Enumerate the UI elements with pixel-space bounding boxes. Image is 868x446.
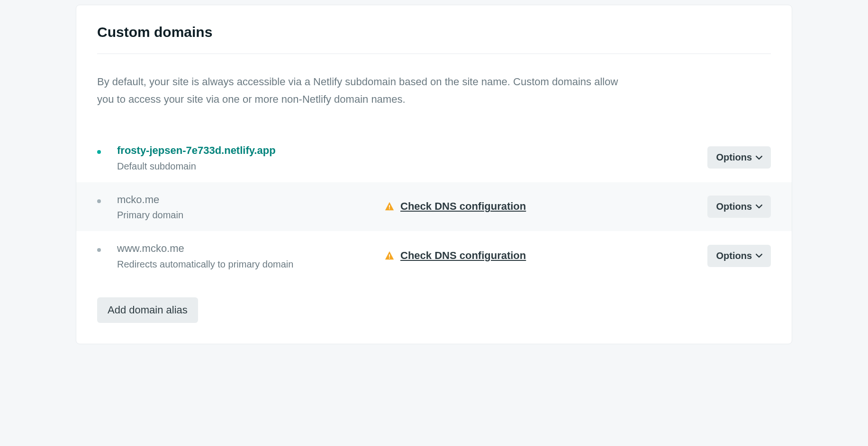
options-button[interactable]: Options xyxy=(707,196,771,218)
status-dot-icon xyxy=(97,150,101,154)
status-dot-icon xyxy=(97,248,101,252)
add-domain-alias-button[interactable]: Add domain alias xyxy=(97,297,198,323)
dns-warning: Check DNS configuration xyxy=(384,200,526,213)
status-dot-icon xyxy=(97,199,101,203)
check-dns-link[interactable]: Check DNS configuration xyxy=(400,250,526,262)
domain-subtitle: Primary domain xyxy=(117,210,373,221)
dns-warning: Check DNS configuration xyxy=(384,250,526,262)
warning-icon xyxy=(384,250,395,261)
domain-status-area: Check DNS configuration xyxy=(384,250,696,262)
domain-row-redirect: www.mcko.me Redirects automatically to p… xyxy=(76,231,792,280)
domain-row-primary: mcko.me Primary domain Check DNS configu… xyxy=(76,182,792,232)
check-dns-link[interactable]: Check DNS configuration xyxy=(400,200,526,213)
domain-info: mcko.me Primary domain xyxy=(117,193,373,221)
domain-name: mcko.me xyxy=(117,193,373,207)
section-divider xyxy=(97,54,771,54)
options-button-label: Options xyxy=(716,250,752,261)
chevron-down-icon xyxy=(756,252,762,259)
options-button-label: Options xyxy=(716,152,752,163)
domain-subtitle: Default subdomain xyxy=(117,161,373,172)
options-button-label: Options xyxy=(716,201,752,212)
domain-row-default: frosty-jepsen-7e733d.netlify.app Default… xyxy=(76,133,792,182)
options-button[interactable]: Options xyxy=(707,245,771,267)
domain-list: frosty-jepsen-7e733d.netlify.app Default… xyxy=(76,133,792,280)
warning-icon xyxy=(384,201,395,212)
svg-rect-0 xyxy=(389,205,390,208)
chevron-down-icon xyxy=(756,154,762,161)
custom-domains-card: Custom domains By default, your site is … xyxy=(76,5,792,344)
domain-info: www.mcko.me Redirects automatically to p… xyxy=(117,241,373,270)
domain-name-link[interactable]: frosty-jepsen-7e733d.netlify.app xyxy=(117,143,373,158)
svg-rect-2 xyxy=(389,255,390,258)
svg-rect-1 xyxy=(389,209,390,210)
domain-name: www.mcko.me xyxy=(117,241,373,256)
domain-info: frosty-jepsen-7e733d.netlify.app Default… xyxy=(117,143,373,172)
options-button[interactable]: Options xyxy=(707,146,771,169)
chevron-down-icon xyxy=(756,203,762,210)
svg-rect-3 xyxy=(389,258,390,259)
domain-subtitle: Redirects automatically to primary domai… xyxy=(117,259,373,270)
section-title: Custom domains xyxy=(97,24,771,40)
section-description: By default, your site is always accessib… xyxy=(97,73,618,108)
domain-status-area: Check DNS configuration xyxy=(384,200,696,213)
